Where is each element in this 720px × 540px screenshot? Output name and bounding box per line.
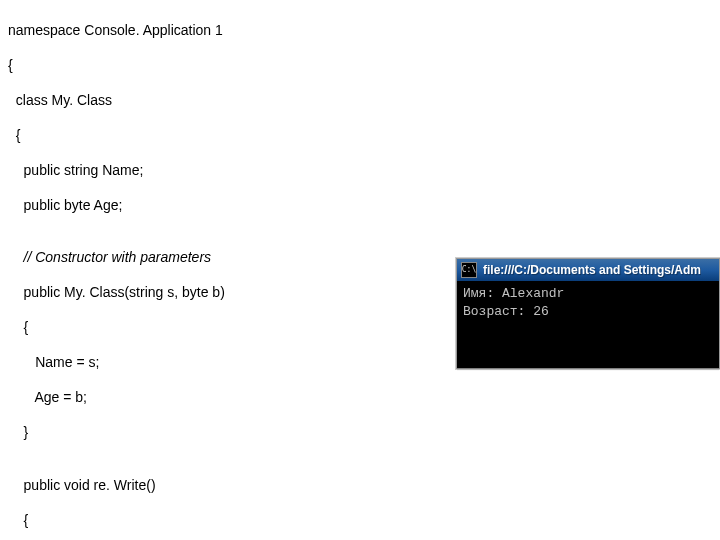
cmd-icon: C:\ — [461, 262, 477, 278]
console-titlebar: C:\ file:///C:/Documents and Settings/Ad… — [457, 259, 719, 281]
code-line: { — [8, 127, 712, 145]
code-line: } — [8, 424, 712, 442]
code-line: namespace Console. Application 1 — [8, 22, 712, 40]
console-line: Имя: Alexandr — [463, 286, 564, 301]
console-title: file:///C:/Documents and Settings/Adm — [483, 263, 701, 278]
code-line: { — [8, 57, 712, 75]
code-line: class My. Class — [8, 92, 712, 110]
code-line: public string Name; — [8, 162, 712, 180]
code-line: Age = b; — [8, 389, 712, 407]
shadow-decoration — [457, 368, 719, 371]
console-line: Возраст: 26 — [463, 304, 549, 319]
code-line: public byte Age; — [8, 197, 712, 215]
console-window: C:\ file:///C:/Documents and Settings/Ad… — [456, 258, 720, 369]
code-line: public void re. Write() — [8, 477, 712, 495]
code-line: { — [8, 512, 712, 530]
console-output: Имя: Alexandr Возраст: 26 — [457, 281, 719, 368]
